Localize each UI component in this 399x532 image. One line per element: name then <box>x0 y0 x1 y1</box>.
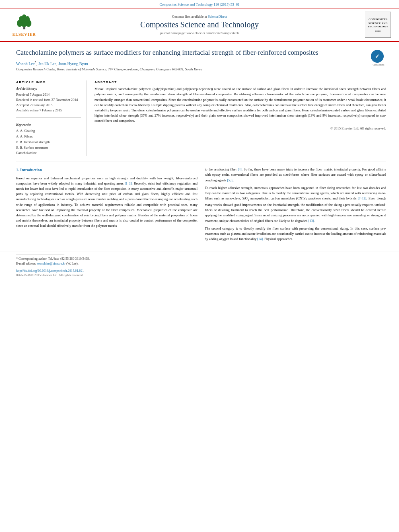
abstract-col: ABSTRACT Mussel-inspired catecholamine p… <box>95 80 386 156</box>
crossmark-label: CrossMark <box>371 63 386 66</box>
article-info-col: ARTICLE INFO Article history: Received 7… <box>16 80 86 156</box>
article-title-text: Catecholamine polymers as surface modifi… <box>16 48 367 71</box>
article-info-heading: ARTICLE INFO <box>16 80 81 84</box>
abstract-text: Mussel-inspired catecholamine polymers (… <box>95 86 386 131</box>
abstract-heading: ABSTRACT <box>95 80 386 84</box>
doi-link[interactable]: http://dx.doi.org/10.1016/j.compscitech.… <box>16 269 84 273</box>
keyword-catecholamine: Catecholamine <box>16 150 81 156</box>
author-wonoh: Wonoh Lee <box>16 62 35 66</box>
journal-header: ELSEVIER Contents lists available at Sci… <box>0 8 399 42</box>
keywords-section: Keywords: A. A. Coating A. A. Fibres B. … <box>16 123 81 156</box>
intro-para-left: Based on superior and balanced mechanica… <box>16 176 197 229</box>
author-joon: Joon-Hyung Byun <box>58 62 88 66</box>
journal-logo-box: COMPOSITES SCIENCE AND TECHNOLOGY ■■■■ <box>365 12 391 38</box>
content-available-text: Contents lists available at ScienceDirec… <box>40 14 359 18</box>
history-accepted: Accepted 29 January 2015 <box>16 103 81 108</box>
doi-section: http://dx.doi.org/10.1016/j.compscitech.… <box>16 269 383 273</box>
body-left-col: 1. Introduction Based on superior and ba… <box>16 167 197 244</box>
info-divider <box>16 117 81 118</box>
keyword-fibres: A. A. Fibres <box>16 134 81 140</box>
abstract-paragraph: Mussel-inspired catecholamine polymers (… <box>95 86 386 123</box>
email-note: E-mail address: wonohlee@kims.re.kr (W. … <box>16 261 383 266</box>
crossmark-badge: ✓ CrossMark <box>371 50 386 66</box>
ref-14: [14] <box>257 237 263 241</box>
intro-para-right-3: The second category is to directly modif… <box>205 226 386 242</box>
keyword-surface: B. B. Surface treatment <box>16 145 81 151</box>
section-divider <box>16 162 386 162</box>
svg-text:✓: ✓ <box>375 53 380 60</box>
corresponding-note: * Corresponding author. Tel./fax: +82 55… <box>16 257 383 261</box>
corresponding-marker: * <box>35 61 36 64</box>
journal-name: Composites Science and Technology <box>40 20 359 29</box>
journal-homepage: journal homepage: www.elsevier.com/locat… <box>40 31 359 35</box>
body-right-text: to the reinforcing fiber [4]. So far, th… <box>205 167 386 242</box>
section1-title: 1. Introduction <box>16 167 197 173</box>
ref-1-3: [1–3] <box>125 182 132 185</box>
ref-7-12: [7–12] <box>358 197 366 200</box>
crossmark-circle: ✓ <box>371 50 384 63</box>
keyword-coating: A. A. Coating <box>16 128 81 134</box>
two-col-layout: ARTICLE INFO Article history: Received 7… <box>16 77 386 156</box>
body-two-col: 1. Introduction Based on superior and ba… <box>16 167 386 244</box>
elsevier-logo: ELSEVIER <box>8 13 40 37</box>
history-revised: Received in revised form 27 November 201… <box>16 97 81 103</box>
history-received: Received 7 August 2014 <box>16 92 81 97</box>
author-jea: Jea Uk Lee <box>38 62 56 66</box>
footer-copyright: 0266-3538/© 2015 Elsevier Ltd. All right… <box>16 273 383 277</box>
ref-5-6: [5,6] <box>227 179 233 182</box>
journal-logo-right: COMPOSITES SCIENCE AND TECHNOLOGY ■■■■ <box>359 12 391 38</box>
footnote-rule <box>16 255 64 255</box>
footer-section: * Corresponding author. Tel./fax: +82 55… <box>0 251 399 279</box>
article-history-label: Article history: <box>16 86 81 90</box>
article-title: Catecholamine polymers as surface modifi… <box>16 48 367 58</box>
journal-citation: Composites Science and Technology 110 (2… <box>160 2 240 6</box>
author-email[interactable]: wonohlee@kims.re.kr <box>37 262 66 265</box>
journal-top-bar: Composites Science and Technology 110 (2… <box>0 0 399 8</box>
article-title-section: Catecholamine polymers as surface modifi… <box>16 48 386 73</box>
page-wrapper: Composites Science and Technology 110 (2… <box>0 0 399 532</box>
svg-point-6 <box>22 14 26 18</box>
ref-4: [4] <box>238 168 241 171</box>
body-right-col: to the reinforcing fiber [4]. So far, th… <box>205 167 386 244</box>
body-left-text: Based on superior and balanced mechanica… <box>16 176 197 229</box>
affiliation: Composites Research Center, Korea Instit… <box>16 67 367 71</box>
keywords-label: Keywords: <box>16 123 81 127</box>
elsevier-label: ELSEVIER <box>12 32 36 37</box>
sciencedirect-link[interactable]: ScienceDirect <box>208 14 227 18</box>
keyword-interfacial: B. B. Interfacial strength <box>16 140 81 145</box>
abstract-copyright: © 2015 Elsevier Ltd. All rights reserved… <box>95 126 386 131</box>
history-available: Available online 7 February 2015 <box>16 108 81 113</box>
journal-title-center: Contents lists available at ScienceDirec… <box>40 14 359 35</box>
authors: Wonoh Lee*, Jea Uk Lee, Joon-Hyung Byun <box>16 61 367 66</box>
intro-para-right-1: to the reinforcing fiber [4]. So far, th… <box>205 167 386 183</box>
article-content: Catecholamine polymers as surface modifi… <box>0 42 399 251</box>
intro-para-right-2: To reach higher adhesive strength, numer… <box>205 185 386 224</box>
ref-13: [13] <box>309 219 314 223</box>
elsevier-tree-icon <box>13 13 35 31</box>
